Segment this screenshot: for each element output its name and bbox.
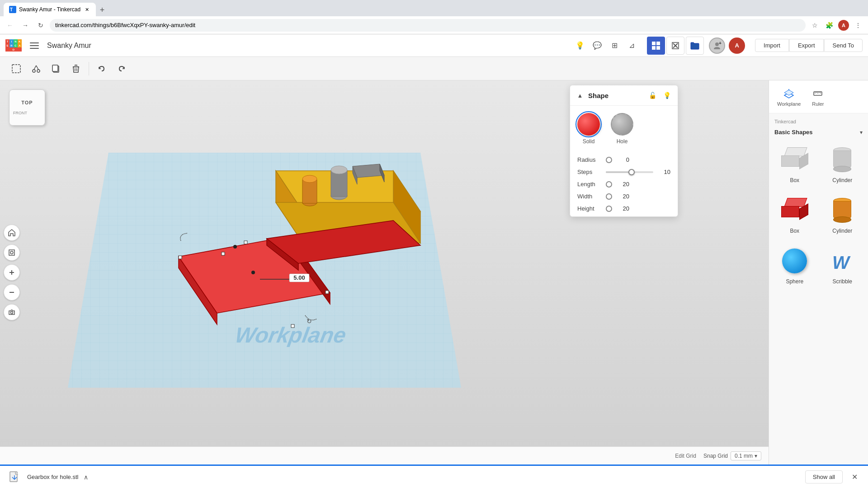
snap-value-btn[interactable]: 0.1 mm ▾ xyxy=(731,451,761,460)
height-label: Height xyxy=(577,205,602,212)
menu-icon[interactable]: ⋮ xyxy=(852,19,864,32)
svg-point-36 xyxy=(251,271,255,274)
shapes-grid: Box Cylinder xyxy=(773,140,864,288)
height-radio[interactable] xyxy=(606,206,612,212)
svg-rect-5 xyxy=(656,46,660,50)
zoom-out-btn[interactable] xyxy=(4,284,20,300)
profile-icon[interactable]: A xyxy=(837,19,850,32)
svg-marker-44 xyxy=(276,202,420,243)
svg-text:5.00: 5.00 xyxy=(293,274,305,281)
logo-r: R xyxy=(9,43,14,47)
cyl-orange-label: Cylinder xyxy=(832,228,852,234)
hole-label: Hole xyxy=(617,138,628,145)
user-avatar[interactable]: A xyxy=(729,38,745,54)
zoom-in-btn[interactable] xyxy=(4,264,20,281)
steps-slider[interactable] xyxy=(606,171,653,173)
workplane-tool-btn[interactable]: Workplane xyxy=(773,84,805,109)
export-btn[interactable]: Export xyxy=(789,39,824,52)
viewport[interactable]: TOP FRONT xyxy=(0,80,769,465)
tab-close-btn[interactable]: ✕ xyxy=(83,6,90,13)
svg-marker-25 xyxy=(68,153,461,388)
logo-d: D xyxy=(5,47,22,52)
camera-btn[interactable] xyxy=(4,304,20,320)
grid-view-btn[interactable] xyxy=(647,37,665,55)
copy-btn[interactable] xyxy=(47,60,65,78)
import-btn[interactable]: Import xyxy=(755,39,789,52)
address-bar[interactable] xyxy=(50,19,806,32)
edit-grid-btn[interactable]: Edit Grid xyxy=(675,453,696,459)
select-all-btn[interactable] xyxy=(7,60,25,78)
svg-marker-46 xyxy=(267,239,298,270)
panel-lock-btn[interactable]: 🔓 xyxy=(647,90,658,101)
solid-type-btn[interactable]: Solid xyxy=(577,113,600,145)
svg-marker-28 xyxy=(179,257,217,324)
download-close-btn[interactable]: ✕ xyxy=(848,471,861,483)
align-icon[interactable]: ⊿ xyxy=(624,38,639,53)
shape-item-cyl-orange[interactable]: Cylinder xyxy=(821,191,865,238)
tool-btn-2[interactable] xyxy=(666,37,684,55)
shape-item-sphere[interactable]: Sphere xyxy=(773,241,817,288)
lightbulb-icon[interactable]: 💡 xyxy=(573,38,587,53)
library-dropdown-btn[interactable]: ▾ xyxy=(860,129,863,136)
new-tab-btn[interactable]: + xyxy=(96,4,108,16)
delete-btn[interactable] xyxy=(67,60,85,78)
logo-t: T xyxy=(5,39,9,43)
comment-icon[interactable]: 💬 xyxy=(590,38,604,53)
sidebar-tools-row: Workplane Ruler xyxy=(769,80,868,113)
back-btn[interactable]: ← xyxy=(4,19,16,32)
panel-collapse-btn[interactable]: ▲ xyxy=(576,91,585,100)
width-radio[interactable] xyxy=(606,193,612,200)
svg-rect-34 xyxy=(291,324,294,328)
svg-rect-4 xyxy=(652,46,656,50)
home-view-btn[interactable] xyxy=(4,225,20,241)
show-all-btn[interactable]: Show all xyxy=(805,470,843,483)
forward-btn[interactable]: → xyxy=(19,19,32,32)
snap-grid-control: Snap Grid 0.1 mm ▾ xyxy=(703,451,761,460)
download-expand-btn[interactable]: ∧ xyxy=(84,474,88,481)
shape-item-box-gray[interactable]: Box xyxy=(773,140,817,187)
svg-rect-2 xyxy=(652,42,656,45)
shape-item-box-red[interactable]: Box xyxy=(773,191,817,238)
fit-view-btn[interactable] xyxy=(4,244,20,261)
length-radio[interactable] xyxy=(606,181,612,188)
svg-marker-26 xyxy=(68,153,461,388)
topbar-icon-bar: 💡 💬 ⊞ ⊿ xyxy=(569,37,642,55)
active-tab[interactable]: T Swanky Amur - Tinkercad ✕ xyxy=(4,3,96,16)
shape-panel: ▲ Shape 🔓 💡 Solid Hole xyxy=(570,85,678,217)
toolbar-icons: ☆ 🧩 A ⋮ xyxy=(808,19,864,32)
bookmark-star-icon[interactable]: ☆ xyxy=(808,19,821,32)
snap-dropdown-icon: ▾ xyxy=(755,453,757,459)
workplane-text: Workplane xyxy=(233,323,348,347)
workplane-label: Workplane xyxy=(777,101,801,107)
send-to-btn[interactable]: Send To xyxy=(824,39,863,52)
ruler-icon xyxy=(811,87,824,99)
hole-type-btn[interactable]: Hole xyxy=(611,113,633,145)
shape-item-scribble[interactable]: W Scribble xyxy=(821,241,865,288)
svg-text:W: W xyxy=(832,253,851,272)
redo-btn[interactable] xyxy=(113,60,131,78)
cube-top-label: TOP xyxy=(21,100,33,105)
shape-item-cyl-gray[interactable]: Cylinder xyxy=(821,140,865,187)
svg-line-12 xyxy=(34,66,36,70)
panel-light-btn[interactable]: 💡 xyxy=(661,90,672,101)
library-category: Tinkercad xyxy=(774,119,796,124)
svg-text:↻: ↻ xyxy=(307,318,312,325)
sphere-label: Sphere xyxy=(786,278,803,285)
ruler-tool-btn[interactable]: Ruler xyxy=(807,84,829,109)
view-cube[interactable]: TOP FRONT xyxy=(9,89,45,126)
library-title-row: Basic Shapes ▾ xyxy=(773,128,864,140)
cut-btn[interactable] xyxy=(27,60,45,78)
hamburger-menu[interactable] xyxy=(28,39,41,52)
length-row: Length 20 xyxy=(577,181,670,188)
extensions-icon[interactable]: 🧩 xyxy=(823,19,835,32)
refresh-btn[interactable]: ↻ xyxy=(34,19,47,32)
layers-icon[interactable]: ⊞ xyxy=(607,38,622,53)
svg-rect-33 xyxy=(326,291,329,294)
undo-btn[interactable] xyxy=(93,60,111,78)
svg-marker-53 xyxy=(353,164,384,178)
radius-radio[interactable] xyxy=(606,157,612,163)
svg-rect-15 xyxy=(52,65,58,71)
length-label: Length xyxy=(577,181,602,188)
folder-icon[interactable] xyxy=(686,37,704,55)
add-user-btn[interactable]: + xyxy=(709,38,725,54)
